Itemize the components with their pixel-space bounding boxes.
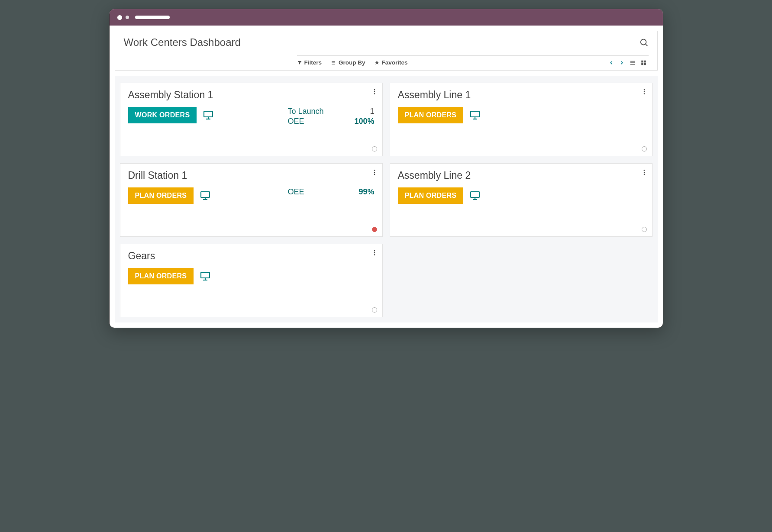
content-area: Work Centers Dashboard Filters xyxy=(110,31,663,322)
card-menu-icon[interactable] xyxy=(641,168,648,177)
work-center-card: Assembly Line 2PLAN ORDERS xyxy=(390,163,652,237)
svg-point-18 xyxy=(643,89,645,90)
favorites-button[interactable]: Favorites xyxy=(374,59,408,66)
stat-row: OEE99% xyxy=(288,187,375,197)
groupby-label: Group By xyxy=(339,59,365,66)
svg-point-36 xyxy=(374,250,375,251)
stat-label: To Launch xyxy=(288,107,324,116)
toolbar-right xyxy=(608,60,647,66)
card-title: Gears xyxy=(128,250,375,262)
filters-button[interactable]: Filters xyxy=(297,59,322,66)
plan-orders-button[interactable]: PLAN ORDERS xyxy=(398,187,464,204)
svg-rect-15 xyxy=(204,111,213,117)
stat-row: To Launch1 xyxy=(288,107,375,116)
list-icon xyxy=(330,60,336,65)
next-page-button[interactable] xyxy=(619,60,625,66)
card-stats: OEE99% xyxy=(288,187,375,197)
monitor-icon[interactable] xyxy=(203,110,214,120)
svg-point-24 xyxy=(374,170,375,171)
list-view-icon[interactable] xyxy=(629,60,636,66)
svg-point-31 xyxy=(643,172,645,173)
monitor-icon[interactable] xyxy=(200,190,211,201)
svg-point-38 xyxy=(374,254,375,255)
work-center-card: GearsPLAN ORDERS xyxy=(120,244,383,317)
svg-point-0 xyxy=(640,39,646,45)
work-center-card: Assembly Line 1PLAN ORDERS xyxy=(390,83,652,156)
svg-rect-33 xyxy=(471,192,479,197)
groupby-button[interactable]: Group By xyxy=(330,59,365,66)
favorites-label: Favorites xyxy=(382,59,408,66)
svg-line-1 xyxy=(646,44,647,46)
star-icon xyxy=(374,60,380,65)
page-title: Work Centers Dashboard xyxy=(124,36,241,48)
svg-rect-9 xyxy=(644,60,646,62)
card-stats: To Launch1OEE100% xyxy=(288,107,375,127)
plan-orders-button[interactable]: PLAN ORDERS xyxy=(398,107,464,123)
stat-value: 99% xyxy=(359,187,374,197)
cards-grid: Assembly Station 1WORK ORDERSTo Launch1O… xyxy=(120,76,652,317)
svg-rect-11 xyxy=(644,63,646,65)
filter-icon xyxy=(297,60,302,65)
status-indicator[interactable] xyxy=(372,227,377,232)
stat-row: OEE100% xyxy=(288,117,375,126)
dashboard-background: Assembly Station 1WORK ORDERSTo Launch1O… xyxy=(115,76,658,322)
plan-orders-button[interactable]: PLAN ORDERS xyxy=(128,187,194,204)
svg-point-19 xyxy=(643,91,645,93)
card-menu-icon[interactable] xyxy=(641,87,648,96)
window-address-bar xyxy=(135,16,170,19)
svg-point-26 xyxy=(374,174,375,175)
browser-window: Work Centers Dashboard Filters xyxy=(109,9,663,328)
search-icon[interactable] xyxy=(639,38,649,47)
monitor-icon[interactable] xyxy=(469,110,481,120)
window-dot xyxy=(117,15,122,20)
work-center-card: Drill Station 1PLAN ORDERSOEE99% xyxy=(120,163,383,237)
svg-point-37 xyxy=(374,252,375,254)
card-title: Assembly Line 1 xyxy=(398,89,644,101)
work-orders-button[interactable]: WORK ORDERS xyxy=(128,107,197,123)
status-indicator[interactable] xyxy=(642,146,647,152)
card-title: Assembly Station 1 xyxy=(128,89,375,101)
svg-point-12 xyxy=(374,89,375,90)
svg-point-20 xyxy=(643,93,645,94)
svg-rect-10 xyxy=(641,63,643,65)
card-title: Drill Station 1 xyxy=(128,170,375,181)
monitor-icon[interactable] xyxy=(200,271,211,281)
stat-label: OEE xyxy=(288,117,304,126)
window-dot xyxy=(126,16,129,19)
plan-orders-button[interactable]: PLAN ORDERS xyxy=(128,268,194,284)
stat-value: 100% xyxy=(354,117,374,126)
work-center-card: Assembly Station 1WORK ORDERSTo Launch1O… xyxy=(120,83,383,156)
svg-rect-21 xyxy=(471,111,479,117)
svg-point-25 xyxy=(374,172,375,173)
svg-rect-8 xyxy=(641,60,643,62)
page-header: Work Centers Dashboard Filters xyxy=(115,31,658,71)
status-indicator[interactable] xyxy=(372,307,377,313)
svg-point-14 xyxy=(374,93,375,94)
svg-point-13 xyxy=(374,91,375,93)
monitor-icon[interactable] xyxy=(469,190,481,201)
window-titlebar xyxy=(110,9,663,26)
stat-value: 1 xyxy=(370,107,374,116)
svg-rect-39 xyxy=(201,272,210,278)
card-menu-icon[interactable] xyxy=(371,87,378,96)
svg-point-32 xyxy=(643,174,645,175)
card-menu-icon[interactable] xyxy=(371,168,378,177)
status-indicator[interactable] xyxy=(642,227,647,232)
card-title: Assembly Line 2 xyxy=(398,170,644,181)
kanban-view-icon[interactable] xyxy=(640,60,647,66)
svg-point-30 xyxy=(643,170,645,171)
toolbar-left: Filters Group By Favorites xyxy=(297,59,408,66)
status-indicator[interactable] xyxy=(372,146,377,152)
prev-page-button[interactable] xyxy=(608,60,614,66)
card-menu-icon[interactable] xyxy=(371,248,378,257)
stat-label: OEE xyxy=(288,187,304,197)
svg-rect-27 xyxy=(201,192,210,197)
filters-label: Filters xyxy=(304,59,322,66)
